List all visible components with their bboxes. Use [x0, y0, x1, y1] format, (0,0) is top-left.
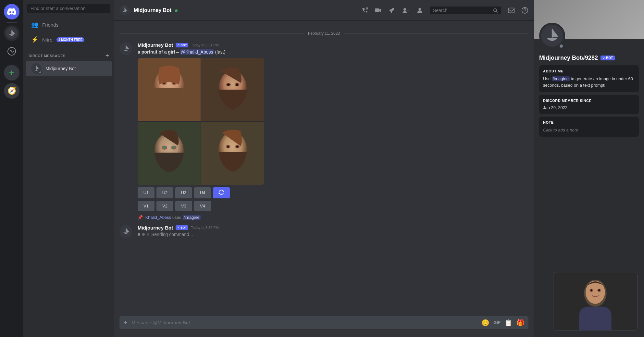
u3-button[interactable]: U3: [175, 187, 192, 198]
gift-icon[interactable]: 🎁: [516, 319, 525, 327]
friends-icon: 👥: [31, 21, 38, 28]
profile-check-icon: ✓: [602, 56, 605, 60]
note-input[interactable]: Click to add a note: [543, 128, 578, 132]
chat-input-area: + 😊 GIF 📋 🎁: [114, 316, 534, 337]
nitro-label: Nitro: [42, 37, 53, 43]
phone-icon[interactable]: [361, 7, 368, 14]
refresh-button[interactable]: [213, 187, 230, 198]
sending-text: Sending command...: [151, 232, 193, 237]
system-used-text: used: [172, 215, 183, 220]
message-search-bar[interactable]: [430, 6, 501, 14]
friends-label: Friends: [42, 22, 58, 28]
search-icon: [493, 8, 498, 13]
search-input[interactable]: [433, 8, 490, 13]
member-since-date: Jan 29, 2022: [543, 105, 635, 110]
add-member-icon[interactable]: [402, 7, 410, 14]
grid-image-3[interactable]: [138, 122, 201, 185]
server-icon-sailboat[interactable]: [4, 25, 19, 41]
message-input[interactable]: [131, 316, 477, 329]
sticker-icon[interactable]: 📋: [504, 319, 513, 327]
sending-command: Sending command...: [138, 232, 528, 237]
message-content-2: Midjourney Bot ✓ BOT Today at 3:32 PM Se…: [138, 225, 528, 238]
message-timestamp-1: Today at 3:31 PM: [191, 43, 219, 47]
inbox-icon[interactable]: [508, 7, 515, 14]
message-content-1: Midjourney Bot ✓ BOT Today at 3:31 PM a …: [138, 42, 528, 211]
v3-button[interactable]: V3: [175, 201, 192, 211]
dm-user-name: Midjourney Bot: [45, 66, 76, 71]
check-icon-1: ✓: [177, 44, 180, 46]
header-bot-avatar: [119, 5, 130, 16]
chat-area: Midjourney Bot: [114, 0, 534, 337]
svg-point-8: [403, 8, 406, 11]
imagine-command[interactable]: /imagine: [552, 76, 570, 81]
profile-status-dot: [559, 44, 564, 49]
dm-user-midjourney[interactable]: Midjourney Bot: [26, 61, 112, 76]
message-suffix: (fast): [215, 49, 225, 55]
help-icon[interactable]: [521, 7, 528, 14]
pin-icon[interactable]: [388, 7, 395, 14]
date-divider: February 11, 2023: [114, 29, 534, 38]
friends-nav-item[interactable]: 👥 Friends: [26, 18, 112, 31]
system-user[interactable]: Khalid_Abess: [145, 215, 171, 220]
video-overlay: [553, 272, 638, 331]
video-icon[interactable]: [375, 7, 382, 14]
message-group-1: Midjourney Bot ✓ BOT Today at 3:31 PM a …: [114, 41, 534, 212]
bot-badge-2: ✓ BOT: [176, 225, 188, 230]
profile-bot-badge: ✓ BOT: [601, 56, 615, 60]
compass-icon: 🧭: [7, 87, 16, 95]
profile-icon[interactable]: [416, 7, 423, 14]
grid-image-1[interactable]: [138, 58, 201, 121]
message-avatar-2[interactable]: [119, 225, 132, 238]
dm-search-area: [23, 0, 114, 17]
chat-messages-area: February 11, 2023 Midjourney Bot ✓ BOT: [114, 21, 534, 316]
message-author-2: Midjourney Bot: [138, 225, 173, 231]
rail-divider-2: [6, 62, 17, 62]
svg-point-32: [163, 146, 166, 148]
profile-name-row: Midjourney Bot#9282 ✓ BOT: [539, 55, 639, 61]
note-section[interactable]: NOTE Click to add a note: [539, 117, 639, 137]
add-server-button[interactable]: +: [4, 65, 19, 81]
server-icon-ai[interactable]: [4, 44, 19, 59]
message-avatar-1[interactable]: [119, 42, 132, 55]
emoji-icon[interactable]: 😊: [481, 319, 489, 327]
icon-rail: + 🧭: [0, 0, 23, 337]
v4-button[interactable]: V4: [194, 201, 211, 211]
about-me-section: ABOUT ME Use /imagine to generate an ima…: [539, 65, 639, 92]
u4-button[interactable]: U4: [194, 187, 211, 198]
nitro-badge: 1 MONTH FREE: [56, 37, 84, 42]
image-grid[interactable]: [138, 58, 264, 185]
svg-point-39: [236, 145, 239, 148]
member-since-section: DISCORD MEMBER SINCE Jan 29, 2022: [539, 95, 639, 114]
gif-icon[interactable]: GIF: [493, 320, 501, 325]
dm-section-header: DIRECT MESSAGES +: [23, 47, 114, 60]
nitro-nav-item[interactable]: ⚡ Nitro 1 MONTH FREE: [26, 33, 112, 46]
discord-home-button[interactable]: [4, 4, 19, 19]
dot-2: [142, 233, 145, 236]
svg-point-47: [590, 289, 592, 292]
attach-icon[interactable]: +: [123, 318, 128, 327]
svg-point-48: [598, 289, 600, 292]
grid-image-2[interactable]: [201, 58, 264, 121]
svg-point-10: [494, 8, 497, 11]
system-command[interactable]: /imagine: [183, 215, 201, 220]
svg-point-27: [236, 83, 238, 86]
v1-button[interactable]: V1: [138, 201, 155, 211]
add-icon: +: [9, 68, 14, 78]
grid-image-4[interactable]: [201, 122, 264, 185]
system-message: 📌 Khalid_Abess used /imagine: [114, 214, 534, 221]
u2-button[interactable]: U2: [156, 187, 173, 198]
dot-1: [138, 233, 140, 236]
message-header-1: Midjourney Bot ✓ BOT Today at 3:31 PM: [138, 42, 528, 48]
svg-point-33: [172, 146, 175, 148]
message-text-1: a portrait of a girl – @Khalid_Abess (fa…: [138, 49, 528, 56]
add-dm-button[interactable]: +: [105, 52, 109, 59]
svg-line-11: [496, 11, 498, 13]
message-timestamp-2: Today at 3:32 PM: [191, 226, 219, 230]
explore-button[interactable]: 🧭: [4, 83, 19, 99]
dm-user-avatar: [31, 63, 42, 74]
v2-button[interactable]: V2: [156, 201, 173, 211]
mention-khalid[interactable]: @Khalid_Abess: [180, 49, 214, 55]
find-conversation-input[interactable]: [27, 4, 110, 13]
u1-button[interactable]: U1: [138, 187, 155, 198]
profile-body: Midjourney Bot#9282 ✓ BOT ABOUT ME Use /…: [534, 55, 644, 144]
